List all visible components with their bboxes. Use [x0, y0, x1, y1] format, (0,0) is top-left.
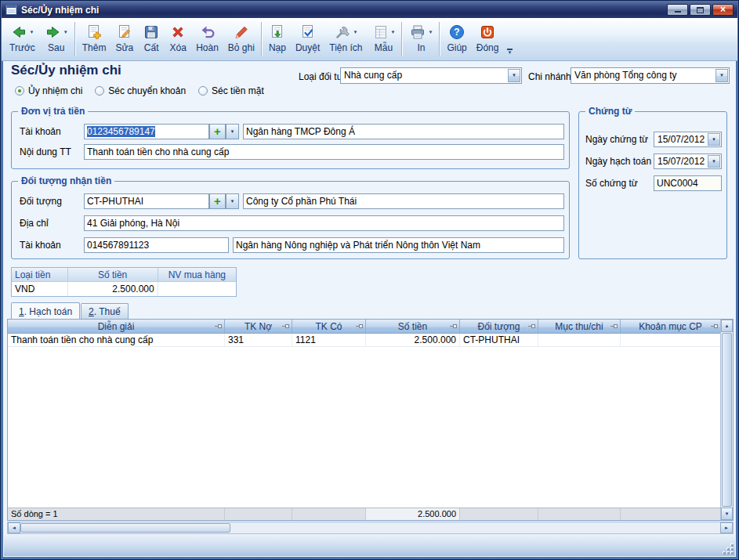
- dropdown-arrow-icon[interactable]: ▼: [391, 30, 396, 34]
- cell-so-tien[interactable]: 2.500.000: [366, 334, 460, 346]
- payee-account-input[interactable]: 014567891123: [84, 237, 229, 253]
- toolbar-button-print[interactable]: ▼ In: [404, 19, 437, 60]
- add-icon: [85, 23, 103, 41]
- cell-tk-co[interactable]: 1121: [292, 334, 366, 346]
- payee-name-field[interactable]: Công ty Cổ phần Phú Thái: [243, 193, 564, 209]
- toolbar-button-save[interactable]: Cất: [138, 19, 165, 60]
- radio-uy-nhiem-chi[interactable]: Ủy nhiệm chi: [15, 85, 82, 96]
- footer-cell: [292, 508, 366, 520]
- currency-table-row[interactable]: VND 2.500.000: [12, 282, 236, 296]
- titlebar[interactable]: Séc/Ủy nhiệm chi ×: [2, 2, 737, 18]
- dropdown-arrow-icon[interactable]: ▼: [428, 30, 433, 34]
- scroll-right-button[interactable]: ►: [720, 522, 733, 533]
- chevron-down-icon[interactable]: ▼: [715, 69, 728, 82]
- pin-icon[interactable]: [218, 324, 222, 328]
- minimize-button[interactable]: [667, 4, 688, 16]
- tab-hach-toan[interactable]: 1. Hạch toán: [11, 302, 80, 319]
- toolbar-button-utilities[interactable]: ▼ Tiện ích: [324, 19, 367, 60]
- radio-label: Ủy nhiệm chi: [28, 85, 82, 96]
- payer-account-dropdown-button[interactable]: ▼: [226, 124, 239, 139]
- toolbar-overflow-button[interactable]: ▼: [505, 49, 514, 55]
- toolbar-button-undo[interactable]: Hoàn: [191, 19, 223, 60]
- voucher-number-input[interactable]: UNC0004: [654, 175, 722, 191]
- toolbar-button-approve[interactable]: Duyệt: [291, 19, 324, 60]
- toolbar-button-next[interactable]: ▼ Sau: [40, 19, 73, 60]
- add-object-button[interactable]: +: [209, 193, 226, 209]
- column-header-doi-tuong[interactable]: Đối tượng: [460, 320, 538, 333]
- column-header-dien-giai[interactable]: Diễn giải: [8, 320, 225, 333]
- pin-icon[interactable]: [453, 324, 457, 328]
- payee-address-input[interactable]: 41 Giải phóng, Hà Nội: [84, 215, 564, 231]
- toolbar-label: Hoàn: [196, 42, 219, 53]
- vertical-scrollbar[interactable]: ▲ ▼: [720, 320, 733, 520]
- template-icon: [372, 23, 389, 41]
- maximize-button[interactable]: [690, 4, 711, 16]
- window-icon: [5, 4, 17, 16]
- resize-grip[interactable]: [723, 544, 734, 555]
- toolbar-button-add[interactable]: Thêm: [78, 19, 111, 60]
- column-header-khoan-muc-cp[interactable]: Khoản mục CP: [621, 320, 720, 333]
- chevron-down-icon[interactable]: ▼: [508, 69, 520, 82]
- toolbar-button-template[interactable]: ▼ Mẫu: [368, 19, 400, 60]
- close-window-button[interactable]: ×: [712, 4, 734, 16]
- cell-tk-no[interactable]: 331: [225, 334, 292, 346]
- column-header-tk-co[interactable]: TK Có: [292, 320, 366, 333]
- dropdown-arrow-icon[interactable]: ▼: [29, 30, 34, 34]
- currency-table: Loại tiền Số tiền NV mua hàng VND 2.500.…: [11, 267, 237, 297]
- toolbar-button-help[interactable]: ? Giúp: [442, 19, 471, 60]
- payee-object-dropdown-button[interactable]: ▼: [226, 193, 239, 209]
- add-account-button[interactable]: +: [209, 124, 226, 139]
- pin-icon[interactable]: [714, 324, 718, 328]
- horizontal-scrollbar[interactable]: ◄ ►: [7, 522, 734, 534]
- branch-combobox[interactable]: Văn phòng Tổng công ty ▼: [571, 67, 730, 84]
- horizontal-scroll-thumb[interactable]: [20, 523, 230, 533]
- scroll-up-button[interactable]: ▲: [721, 320, 733, 332]
- payer-content-input[interactable]: Thanh toán tiền cho nhà cung cấp: [84, 144, 564, 160]
- column-header-so-tien[interactable]: Số tiền: [366, 320, 460, 333]
- payee-object-input[interactable]: CT-PHUTHAI: [84, 193, 209, 209]
- toolbar-label: Bỏ ghi: [228, 42, 255, 53]
- back-icon: [10, 23, 27, 41]
- column-header-tk-no[interactable]: TK Nợ: [225, 320, 292, 333]
- toolbar-button-delete[interactable]: Xóa: [165, 19, 191, 60]
- scroll-left-button[interactable]: ◄: [8, 522, 20, 533]
- payer-account-input[interactable]: 0123456789147: [84, 124, 209, 139]
- voucher-date-input[interactable]: 15/07/2012▼: [654, 132, 722, 147]
- cell-muc-thu-chi[interactable]: [538, 334, 621, 346]
- toolbar-button-load[interactable]: Nạp: [264, 19, 291, 60]
- toolbar-button-cancel-post[interactable]: Bỏ ghi: [223, 19, 259, 60]
- cell-doi-tuong[interactable]: CT-PHUTHAI: [460, 334, 538, 346]
- accounting-grid: Diễn giải TK Nợ TK Có Số tiền Đối tượng …: [7, 319, 734, 521]
- pin-icon[interactable]: [531, 324, 535, 328]
- dropdown-arrow-icon[interactable]: ▼: [63, 30, 68, 34]
- chevron-down-icon[interactable]: ▼: [708, 133, 720, 146]
- tab-thue[interactable]: 2. Thuế: [81, 303, 129, 319]
- radio-sec-tien-mat[interactable]: Séc tiền mặt: [198, 85, 264, 96]
- payee-bank-field[interactable]: Ngân hàng Nông nghiệp và Phát triển Nông…: [233, 237, 564, 253]
- vertical-scroll-thumb[interactable]: [722, 333, 732, 507]
- payer-bank-field[interactable]: Ngân hàng TMCP Đông Á: [243, 124, 564, 139]
- grid-row[interactable]: Thanh toán tiền cho nhà cung cấp 331 112…: [8, 334, 720, 347]
- payee-address-label: Địa chỉ: [20, 218, 49, 229]
- cell-khoan-muc-cp[interactable]: [621, 334, 720, 346]
- pin-icon[interactable]: [614, 324, 618, 328]
- radio-icon: [95, 86, 104, 96]
- toolbar-button-close[interactable]: Đóng: [472, 19, 504, 60]
- pin-icon[interactable]: [359, 324, 363, 328]
- payer-bank-name: Ngân hàng TMCP Đông Á: [246, 126, 355, 137]
- tab-label: . Hạch toán: [24, 306, 72, 317]
- scroll-down-button[interactable]: ▼: [721, 508, 733, 520]
- column-header-muc-thu-chi[interactable]: Mục thu/chi: [538, 320, 621, 333]
- chevron-down-icon[interactable]: ▼: [708, 155, 720, 168]
- voucher-date-value: 15/07/2012: [657, 134, 705, 145]
- pin-icon[interactable]: [285, 324, 289, 328]
- radio-icon: [198, 86, 208, 96]
- payee-group-title: Đối tượng nhận tiền: [18, 175, 114, 186]
- toolbar-button-edit[interactable]: Sửa: [110, 19, 138, 60]
- posting-date-input[interactable]: 15/07/2012▼: [654, 154, 722, 169]
- toolbar-button-previous[interactable]: ▼ Trước: [5, 19, 40, 60]
- object-type-combobox[interactable]: Nhà cung cấp ▼: [340, 67, 522, 84]
- radio-sec-chuyen-khoan[interactable]: Séc chuyển khoản: [95, 85, 186, 96]
- dropdown-arrow-icon[interactable]: ▼: [353, 30, 357, 34]
- cell-dien-giai[interactable]: Thanh toán tiền cho nhà cung cấp: [8, 334, 225, 346]
